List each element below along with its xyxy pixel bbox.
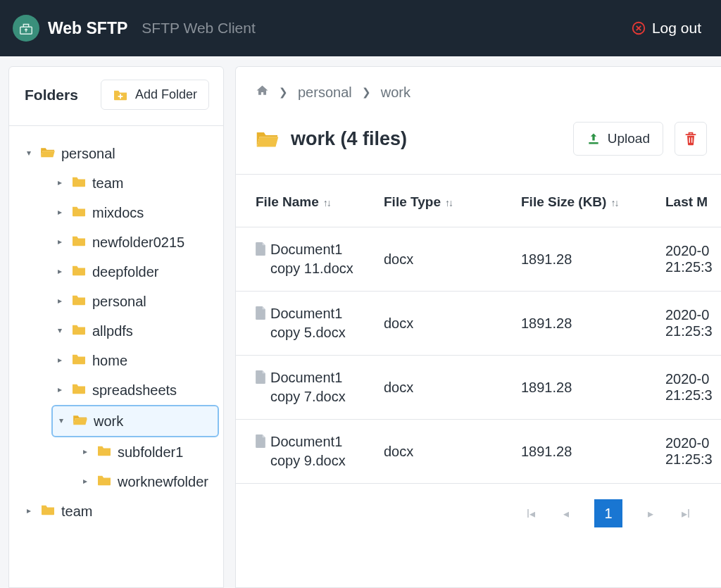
file-modified: 2020-0 21:25:3 <box>658 227 721 292</box>
file-icon <box>256 240 266 261</box>
table-row[interactable]: Document1 copy 5.docxdocx1891.282020-0 2… <box>236 292 721 356</box>
page-last-button[interactable]: ▸I <box>679 507 693 520</box>
trash-icon <box>684 131 698 146</box>
chevron-right-icon[interactable]: ▸ <box>54 296 65 307</box>
folder-tree-item[interactable]: ▸worknewfolder <box>77 467 219 496</box>
folder-icon <box>71 204 87 222</box>
folder-icon <box>71 381 87 399</box>
folder-tree-item[interactable]: ▸team <box>51 168 219 198</box>
folder-tree-item[interactable]: ▸home <box>51 346 219 375</box>
folder-tree-item[interactable]: ▸mixdocs <box>51 198 219 227</box>
breadcrumb-home-icon[interactable] <box>256 84 269 101</box>
upload-button[interactable]: Upload <box>573 122 663 156</box>
chevron-down-icon[interactable]: ▾ <box>23 148 35 159</box>
column-header-filename[interactable]: File Name↑↓ <box>236 175 377 227</box>
chevron-right-icon[interactable]: ▸ <box>54 177 65 189</box>
chevron-right-icon: ❯ <box>279 86 288 99</box>
add-folder-label: Add Folder <box>135 87 197 102</box>
add-folder-button[interactable]: Add Folder <box>101 80 209 110</box>
folder-icon <box>40 144 56 163</box>
main-panel: ❯ personal ❯ work work (4 files) Upload <box>235 66 721 588</box>
logout-label: Log out <box>652 20 701 37</box>
chevron-down-icon[interactable]: ▾ <box>54 325 65 337</box>
folder-label: work <box>94 412 123 430</box>
breadcrumb: ❯ personal ❯ work <box>236 67 721 106</box>
file-icon <box>256 304 266 325</box>
chevron-right-icon[interactable]: ▸ <box>23 506 35 517</box>
folder-icon <box>96 473 112 491</box>
chevron-right-icon[interactable]: ▸ <box>80 476 91 487</box>
svg-rect-2 <box>589 142 598 144</box>
file-size: 1891.28 <box>514 227 658 292</box>
chevron-right-icon[interactable]: ▸ <box>80 446 91 458</box>
table-row[interactable]: Document1 copy 7.docxdocx1891.282020-0 2… <box>236 356 721 420</box>
folder-icon <box>71 263 87 281</box>
file-name: Document1 copy 5.docx <box>270 304 370 342</box>
breadcrumb-item[interactable]: personal <box>298 85 352 101</box>
folder-tree-item[interactable]: ▸spreadsheets <box>51 375 219 405</box>
pagination: I◂ ◂ 1 ▸ ▸I <box>236 484 721 549</box>
chevron-right-icon[interactable]: ▸ <box>54 266 65 277</box>
folder-icon <box>73 412 88 430</box>
files-table: File Name↑↓ File Type↑↓ File Size (KB)↑↓… <box>236 175 721 484</box>
folder-icon <box>71 174 87 192</box>
chevron-right-icon[interactable]: ▸ <box>54 237 65 248</box>
folder-open-icon <box>256 129 280 149</box>
folder-icon <box>71 351 87 370</box>
upload-icon <box>587 132 601 146</box>
upload-label: Upload <box>608 131 650 146</box>
chevron-right-icon[interactable]: ▸ <box>54 207 65 218</box>
brand: Web SFTP SFTP Web Client <box>13 15 256 42</box>
app-header: Web SFTP SFTP Web Client Log out <box>0 0 721 56</box>
page-next-button[interactable]: ▸ <box>644 507 658 520</box>
table-row[interactable]: Document1 copy 11.docxdocx1891.282020-0 … <box>236 227 721 292</box>
folder-label: subfolder1 <box>118 443 183 461</box>
breadcrumb-item[interactable]: work <box>381 85 410 101</box>
folder-label: home <box>92 351 127 370</box>
folder-tree-item[interactable]: ▾personal <box>20 139 219 168</box>
table-row[interactable]: Document1 copy 9.docxdocx1891.282020-0 2… <box>236 420 721 484</box>
sidebar-title: Folders <box>25 87 78 104</box>
file-size: 1891.28 <box>514 356 658 420</box>
page-first-button[interactable]: I◂ <box>524 507 538 520</box>
folder-tree-item[interactable]: ▸newfolder0215 <box>51 227 219 257</box>
page-title: work (4 files) <box>291 128 407 150</box>
file-type: docx <box>377 356 514 420</box>
folder-icon <box>40 502 56 520</box>
app-title: Web SFTP <box>48 19 127 38</box>
chevron-right-icon[interactable]: ▸ <box>54 355 65 366</box>
folder-label: newfolder0215 <box>92 233 184 251</box>
file-name: Document1 copy 11.docx <box>270 240 370 278</box>
column-header-filetype[interactable]: File Type↑↓ <box>377 175 514 227</box>
folder-tree: ▾personal▸team▸mixdocs▸newfolder0215▸dee… <box>9 126 223 587</box>
delete-button[interactable] <box>675 122 707 156</box>
folder-tree-item[interactable]: ▸team <box>20 496 219 526</box>
folder-icon <box>71 233 87 251</box>
file-icon <box>256 368 266 389</box>
folder-label: worknewfolder <box>118 473 208 491</box>
folder-tree-item[interactable]: ▾allpdfs <box>51 316 219 346</box>
chevron-down-icon[interactable]: ▾ <box>56 415 67 427</box>
folder-tree-item[interactable]: ▸deepfolder <box>51 257 219 287</box>
column-header-filesize[interactable]: File Size (KB)↑↓ <box>514 175 658 227</box>
chevron-right-icon: ❯ <box>362 86 371 99</box>
folder-label: personal <box>92 292 146 311</box>
app-logo-icon <box>13 15 39 42</box>
page-number-current[interactable]: 1 <box>594 499 622 527</box>
chevron-right-icon[interactable]: ▸ <box>54 384 65 396</box>
folder-label: mixdocs <box>92 204 144 222</box>
folder-tree-item[interactable]: ▾work <box>51 405 219 437</box>
file-type: docx <box>377 420 514 484</box>
file-type: docx <box>377 292 514 356</box>
sort-icon: ↑↓ <box>445 197 452 208</box>
column-header-modified[interactable]: Last M <box>658 175 721 227</box>
file-type: docx <box>377 227 514 292</box>
folder-tree-item[interactable]: ▸subfolder1 <box>77 437 219 467</box>
folder-tree-item[interactable]: ▸personal <box>51 287 219 316</box>
folder-label: deepfolder <box>92 263 159 281</box>
page-prev-button[interactable]: ◂ <box>559 507 573 520</box>
file-modified: 2020-0 21:25:3 <box>658 292 721 356</box>
folders-sidebar: Folders Add Folder ▾personal▸team▸mixdoc… <box>8 66 224 588</box>
logout-button[interactable]: Log out <box>631 20 701 37</box>
file-modified: 2020-0 21:25:3 <box>658 356 721 420</box>
